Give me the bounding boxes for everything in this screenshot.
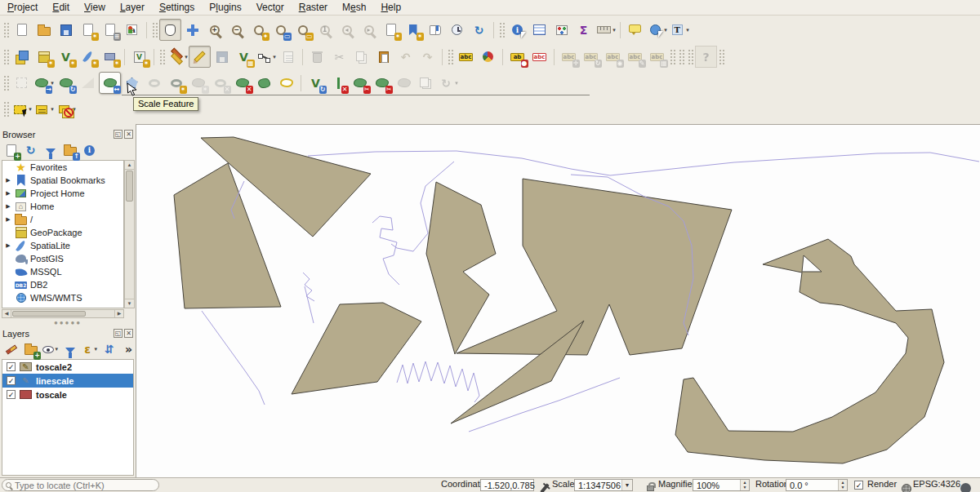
chevron-down-icon[interactable]: ▼ [621, 480, 632, 490]
zoom-in-button[interactable]: + [203, 19, 225, 41]
zoom-next-button[interactable]: ▸ [358, 19, 380, 41]
scroll-thumb[interactable] [126, 171, 133, 202]
browser-item-geopackage[interactable]: GeoPackage [2, 226, 123, 239]
toolbar-drag-handle[interactable] [719, 49, 724, 65]
coordinate-box[interactable]: -1.520,0.785 [480, 479, 534, 491]
delete-ring-button[interactable]: ✕ [209, 72, 231, 94]
layer-labeling-options-button[interactable]: abc [455, 46, 477, 68]
copy-features-button[interactable] [350, 46, 372, 68]
split-parts-button[interactable]: ✂ [371, 72, 393, 94]
scroll-right-arrow[interactable]: ▶ [114, 310, 123, 317]
toolbar-drag-handle[interactable] [688, 49, 693, 65]
browser-properties-button[interactable]: i [81, 142, 98, 159]
messages-icon[interactable] [957, 480, 973, 492]
trim-extend-feature-button[interactable]: ✕ [327, 72, 349, 94]
identify-features-button[interactable]: i [506, 19, 528, 41]
new-spatial-bookmark-button[interactable]: ✶ [380, 19, 402, 41]
trim-extend-button[interactable] [77, 72, 99, 94]
help-contents-button[interactable]: ? [695, 46, 717, 68]
scroll-left-arrow[interactable]: ◀ [2, 310, 11, 317]
locator-input[interactable] [15, 481, 145, 490]
add-ring-button[interactable] [143, 72, 165, 94]
open-attribute-table-button[interactable] [528, 19, 550, 41]
temporal-controller-button[interactable] [446, 19, 468, 41]
expander-icon[interactable]: ▶ [5, 203, 11, 210]
add-polygon-feature-button[interactable]: V▦ [233, 46, 255, 68]
scale-feature-button[interactable]: ↔ [99, 72, 121, 94]
save-layer-edits-button[interactable] [211, 46, 233, 68]
style-manager-button[interactable]: a [121, 19, 143, 41]
merge-selected-features-button[interactable] [393, 72, 415, 94]
render-checkbox[interactable]: ✓ [854, 481, 863, 490]
expander-icon[interactable]: ▶ [5, 177, 11, 184]
expander-icon[interactable]: ▶ [5, 190, 11, 197]
layer-item-toscale2[interactable]: ✓✎toscale2 [2, 360, 133, 374]
show-bookmark-manager-button[interactable] [424, 19, 446, 41]
panel-overflow-button[interactable]: » [120, 341, 137, 358]
manage-map-themes-dropdown-icon[interactable]: ▾ [55, 346, 58, 352]
text-annotation-button[interactable]: T▾ [668, 19, 690, 41]
rotation-spinner[interactable]: 0.0 ° ▲▼ [786, 479, 848, 491]
statistical-summary-button[interactable]: Σ [572, 19, 595, 41]
measure-dropdown-icon[interactable]: ▾ [612, 27, 616, 33]
toolbar-drag-handle[interactable] [159, 49, 165, 65]
browser-horizontal-scrollbar[interactable]: ◀ ▶ [2, 309, 124, 318]
toolbar-drag-handle[interactable] [3, 101, 9, 117]
move-label-button[interactable]: abc✛ [558, 46, 580, 68]
browser-item-postgis[interactable]: PostGIS [2, 252, 123, 265]
rotate-point-symbols-dropdown-icon[interactable]: ▾ [455, 80, 458, 86]
panel-splitter[interactable]: ●●●●● [0, 320, 136, 325]
change-label-properties-button[interactable]: abc✎ [624, 46, 646, 68]
new-virtual-layer-button[interactable]: V✶ [128, 46, 150, 68]
browser-item-mssql[interactable]: MSSQL [2, 265, 123, 278]
toolbar-drag-handle[interactable] [670, 49, 675, 65]
new-memory-layer-button[interactable]: ✶ [99, 46, 121, 68]
filter-by-expression-button[interactable]: ε▾ [81, 341, 98, 358]
diagram-options-button[interactable]: abc▦ [646, 46, 668, 68]
scroll-up-arrow[interactable]: ▲ [125, 161, 134, 170]
select-by-form-dropdown-icon[interactable]: ▾ [51, 106, 54, 113]
merge-attributes-button[interactable] [415, 72, 437, 94]
enable-advanced-digitizing-button[interactable] [11, 72, 33, 94]
spinner-arrows-icon[interactable]: ▲▼ [838, 480, 847, 490]
new-project-button[interactable] [11, 19, 33, 41]
pan-to-selection-button[interactable] [181, 19, 203, 41]
browser-vertical-scrollbar[interactable]: ▲ ▼ [124, 160, 135, 308]
nominatim-geocoder-button[interactable]: ▾ [646, 19, 668, 41]
toolbar-drag-handle[interactable] [3, 75, 9, 91]
expander-icon[interactable]: ▶ [5, 242, 11, 249]
layers-close-button[interactable]: ✕ [124, 329, 133, 338]
browser-add-selected-layers-button[interactable]: + [2, 142, 20, 159]
crs-globe-icon[interactable] [898, 481, 915, 492]
browser-item-spatial-bookmarks[interactable]: ▶Spatial Bookmarks [2, 174, 123, 187]
current-edits-button[interactable]: ▾ [167, 46, 189, 68]
delete-part-button[interactable]: ✕ [231, 72, 253, 94]
layer-item-toscale[interactable]: ✓toscale [2, 388, 133, 401]
deselect-all-button[interactable]: ▾ [55, 99, 77, 121]
magnifier-spinner[interactable]: 100% ▲▼ [693, 479, 750, 491]
rotate-feature-button[interactable]: ↻ [55, 72, 77, 94]
highlight-pinned-labels-button[interactable]: abc [528, 46, 550, 68]
rotate-label-button[interactable]: abc↻ [580, 46, 602, 68]
filter-by-expression-dropdown-icon[interactable]: ▾ [94, 346, 97, 352]
redo-button[interactable]: ↷ [416, 46, 439, 68]
show-spatial-bookmarks-button[interactable]: ✶ [402, 19, 424, 41]
rotate-point-symbols-button[interactable]: ↻▾ [437, 72, 459, 94]
vertex-tool-dropdown-icon[interactable]: ▾ [273, 54, 276, 60]
browser-item-project-home[interactable]: ▶Project Home [2, 187, 123, 200]
menu-view[interactable]: View [77, 0, 113, 15]
measure-button[interactable]: ▾ [595, 19, 617, 41]
zoom-last-button[interactable]: ◂ [336, 19, 358, 41]
new-geopackage-layer-button[interactable]: ✶ [33, 46, 55, 68]
undo-button[interactable]: ↶ [394, 46, 416, 68]
filter-legend-button[interactable] [61, 341, 78, 358]
expander-icon[interactable]: ▶ [5, 216, 11, 223]
show-hide-labels-button[interactable]: abc◉ [602, 46, 624, 68]
show-layout-manager-button[interactable]: ≡ [99, 19, 121, 41]
zoom-to-layer-button[interactable]: ▭ [292, 19, 314, 41]
toggle-editing-button[interactable] [189, 46, 211, 68]
expand-collapse-all-button[interactable]: ⇵ [100, 341, 118, 358]
menu-project[interactable]: Project [0, 0, 45, 15]
field-calculator-button[interactable] [550, 19, 572, 41]
map-canvas[interactable] [136, 124, 980, 477]
